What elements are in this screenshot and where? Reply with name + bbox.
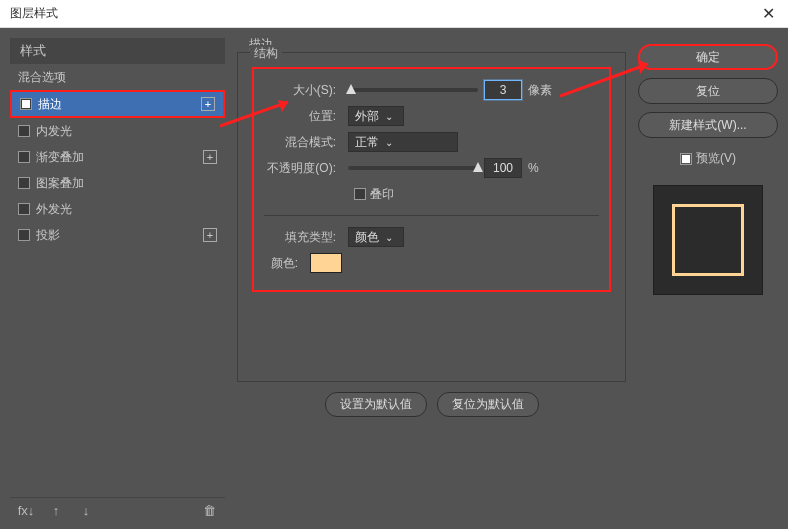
fx-menu-icon[interactable]: fx↓ [18, 503, 34, 519]
sidebar-item-label: 内发光 [36, 123, 72, 140]
blend-mode-label: 混合模式: [264, 134, 342, 151]
sidebar-item-drop-shadow[interactable]: 投影 + [10, 222, 225, 248]
opacity-label: 不透明度(O): [264, 160, 342, 177]
sidebar-item-inner-glow[interactable]: 内发光 [10, 118, 225, 144]
trash-icon[interactable]: 🗑 [201, 503, 217, 519]
fill-type-label: 填充类型: [264, 229, 342, 246]
sidebar-item-label: 外发光 [36, 201, 72, 218]
titlebar: 图层样式 ✕ [0, 0, 788, 28]
overprint-checkbox[interactable]: 叠印 [354, 186, 394, 203]
drop-shadow-checkbox[interactable] [18, 229, 30, 241]
opacity-slider[interactable] [348, 166, 478, 170]
preview-shape [672, 204, 744, 276]
sidebar-item-stroke[interactable]: 描边 + [10, 90, 225, 118]
sidebar-item-label: 投影 [36, 227, 60, 244]
cancel-button[interactable]: 复位 [638, 78, 778, 104]
outer-glow-checkbox[interactable] [18, 203, 30, 215]
move-down-icon[interactable]: ↓ [78, 503, 94, 519]
opacity-input[interactable] [484, 158, 522, 178]
sidebar-footer: fx↓ ↑ ↓ 🗑 [10, 497, 225, 523]
preview-checkbox[interactable]: 预览(V) [638, 150, 778, 167]
sidebar-item-label: 描边 [38, 96, 62, 113]
size-slider[interactable] [348, 88, 478, 92]
blend-options-row[interactable]: 混合选项 [10, 64, 225, 90]
position-select[interactable]: 外部 [348, 106, 404, 126]
add-stroke-icon[interactable]: + [201, 97, 215, 111]
gradient-overlay-checkbox[interactable] [18, 151, 30, 163]
add-gradient-icon[interactable]: + [203, 150, 217, 164]
window-title: 图层样式 [6, 5, 58, 22]
dialog-buttons: 确定 复位 新建样式(W)... 预览(V) [638, 38, 778, 523]
reset-default-button[interactable]: 复位为默认值 [437, 392, 539, 417]
size-input[interactable] [484, 80, 522, 100]
sidebar-item-gradient-overlay[interactable]: 渐变叠加 + [10, 144, 225, 170]
section-title: 结构 [250, 45, 282, 62]
size-label: 大小(S): [264, 82, 342, 99]
blend-options-label: 混合选项 [18, 69, 66, 86]
preview-box [653, 185, 763, 295]
ok-button[interactable]: 确定 [638, 44, 778, 70]
styles-header: 样式 [10, 38, 225, 64]
blend-mode-select[interactable]: 正常 [348, 132, 458, 152]
preview-label: 预览(V) [696, 150, 736, 167]
color-swatch[interactable] [310, 253, 342, 273]
stroke-panel: 描边 结构 大小(S): 像素 位置: 外部 混合模式: [235, 38, 628, 523]
sidebar-item-label: 渐变叠加 [36, 149, 84, 166]
color-label: 颜色: [264, 255, 304, 272]
close-button[interactable]: ✕ [754, 3, 782, 25]
overprint-label: 叠印 [370, 186, 394, 203]
sidebar-item-label: 图案叠加 [36, 175, 84, 192]
opacity-unit: % [528, 161, 539, 175]
stroke-checkbox[interactable] [20, 98, 32, 110]
size-unit: 像素 [528, 82, 552, 99]
set-default-button[interactable]: 设置为默认值 [325, 392, 427, 417]
styles-sidebar: 样式 混合选项 描边 + 内发光 渐变叠加 + 图案叠加 [10, 38, 225, 523]
pattern-overlay-checkbox[interactable] [18, 177, 30, 189]
highlight-box: 大小(S): 像素 位置: 外部 混合模式: 正常 不透明度(O) [252, 67, 611, 292]
sidebar-item-outer-glow[interactable]: 外发光 [10, 196, 225, 222]
sidebar-item-pattern-overlay[interactable]: 图案叠加 [10, 170, 225, 196]
fill-type-select[interactable]: 颜色 [348, 227, 404, 247]
add-shadow-icon[interactable]: + [203, 228, 217, 242]
move-up-icon[interactable]: ↑ [48, 503, 64, 519]
inner-glow-checkbox[interactable] [18, 125, 30, 137]
position-label: 位置: [264, 108, 342, 125]
new-style-button[interactable]: 新建样式(W)... [638, 112, 778, 138]
